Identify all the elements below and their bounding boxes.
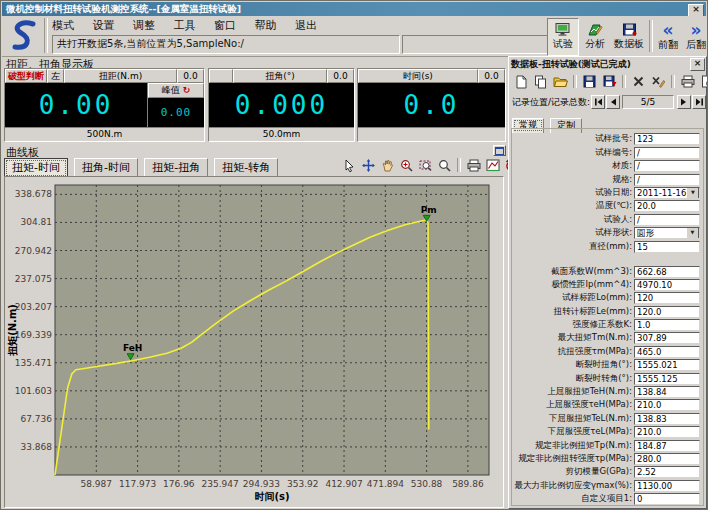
field-row: 下屈服强度τeL(MPa):210.0 (512, 426, 703, 438)
toolbar-button-prev-page[interactable]: « 前翻 (653, 18, 683, 56)
peak-reset-icon[interactable]: ↻ (183, 85, 191, 95)
peak-header[interactable]: 峰值 ↻ (148, 83, 204, 98)
field-input[interactable]: 20.0 (634, 200, 700, 212)
field-row: 直径(mm):15 (512, 241, 703, 253)
svg-text:589.86: 589.86 (452, 479, 484, 489)
tab-torque-rotation[interactable]: 扭矩-转角 (214, 158, 278, 178)
svg-text:203.207: 203.207 (15, 302, 52, 312)
field-input[interactable]: 280.0 (634, 453, 700, 465)
open-folder-icon[interactable] (552, 74, 569, 90)
tab-torque-angle[interactable]: 扭矩-扭角 (144, 158, 208, 178)
field-input[interactable]: 465.0 (634, 346, 700, 358)
toolbar-button-databoard[interactable]: 数据板 (608, 18, 650, 56)
pan-crosshair-icon[interactable] (360, 157, 377, 173)
dropdown-arrow-icon[interactable]: ▼ (686, 187, 699, 199)
field-input[interactable]: 15 (634, 241, 700, 253)
menu-item-adjust[interactable]: 调整 (133, 19, 155, 32)
divider (671, 75, 675, 88)
field-input[interactable]: 0 (634, 493, 700, 505)
clear-icon[interactable] (650, 74, 667, 90)
title-bar[interactable]: 微机控制材料扭转试验机测控系统--[金属室温扭转试验] × (2, 2, 706, 16)
field-input[interactable]: 138.83 (634, 413, 700, 425)
field-input[interactable]: 1555.021 (634, 359, 700, 371)
field-row: 最大力非比例切应变γmax(%):1130.00 (512, 480, 703, 492)
toolbar-button-analysis[interactable]: 分析 (579, 18, 611, 56)
field-value: / (637, 148, 699, 158)
field-input[interactable]: 1130.00 (634, 480, 700, 492)
field-input[interactable]: / (634, 214, 700, 226)
dropdown-arrow-icon[interactable]: ▼ (686, 227, 699, 239)
new-icon[interactable] (512, 74, 529, 90)
field-input[interactable]: 210.0 (634, 426, 700, 438)
menu-item-exit[interactable]: 退出 (295, 19, 317, 32)
tab-torque-time[interactable]: 扭矩-时间 (4, 158, 68, 178)
panel-restore-button[interactable] (493, 145, 506, 156)
menu-item-mode[interactable]: 模式 (52, 19, 74, 32)
field-input[interactable]: 120.0 (634, 306, 700, 318)
zoom-in-icon[interactable] (398, 157, 415, 173)
status-secondary (402, 35, 550, 54)
print-icon[interactable] (465, 157, 482, 173)
print-preview-icon[interactable] (699, 74, 708, 90)
field-input[interactable]: 1.0 (634, 319, 700, 331)
field-input[interactable]: / (634, 160, 700, 172)
printer-icon[interactable] (679, 74, 696, 90)
field-input[interactable]: 4970.10 (634, 279, 700, 291)
field-label: 下屈服扭矩TeL(N.m): (512, 413, 634, 425)
field-input[interactable]: 1555.125 (634, 373, 700, 385)
field-input[interactable]: 123 (634, 133, 700, 145)
field-label: 规格: (512, 174, 634, 186)
field-input[interactable]: / (634, 147, 700, 159)
zoom-region-icon[interactable] (417, 157, 434, 173)
field-row: 规定非比例扭矩Tp(N.m):184.87 (512, 440, 703, 452)
menu-item-help[interactable]: 帮助 (255, 19, 277, 32)
hand-icon[interactable] (379, 157, 396, 173)
toolbar-button-test[interactable]: 试验 (547, 18, 579, 56)
break-detect-button[interactable]: 破型判断 (5, 69, 47, 83)
toolbar-button-label: 后翻 (686, 38, 706, 52)
divider (622, 75, 626, 88)
field-input[interactable]: / (634, 174, 700, 186)
field-input[interactable]: 184.87 (634, 440, 700, 452)
menu-item-window[interactable]: 窗口 (214, 19, 236, 32)
window-close-button[interactable]: × (688, 4, 704, 17)
first-record-button[interactable] (591, 95, 605, 109)
field-input[interactable]: 210.0 (634, 399, 700, 411)
field-input[interactable]: 2.52 (634, 466, 700, 478)
field-row: 自定义项目1:0 (512, 493, 703, 505)
delete-icon[interactable] (630, 74, 647, 90)
curve-style-icon[interactable] (484, 157, 501, 173)
copy-icon[interactable] (532, 74, 549, 90)
menu-bar: 模式 设置 调整 工具 窗口 帮助 退出 (52, 18, 332, 32)
field-row: 试样标距Lo(mm):120 (512, 292, 703, 304)
save-icon[interactable] (581, 74, 598, 90)
field-label: 试样标距Lo(mm): (512, 292, 634, 304)
field-row: 最大扭矩Tm(N.m):307.89 (512, 332, 703, 344)
field-input[interactable]: 圆形▼ (634, 227, 700, 239)
cursor-icon[interactable] (341, 157, 358, 173)
toolbar-area: 模式 设置 调整 工具 窗口 帮助 退出 共打开数据5条,当前位置为5,Samp… (2, 16, 706, 57)
svg-text:353.92: 353.92 (287, 479, 319, 489)
monitor-icon (555, 23, 571, 36)
field-input[interactable]: 138.84 (634, 386, 700, 398)
field-row: 规格:/ (512, 174, 703, 186)
prev-record-button[interactable] (606, 95, 620, 109)
menu-item-settings[interactable]: 设置 (93, 19, 115, 32)
left-direction-button[interactable]: 左 (47, 69, 64, 83)
toolbar-button-next-page[interactable]: » 后翻 (681, 18, 708, 56)
field-value: 0 (637, 494, 699, 504)
save-as-icon[interactable] (601, 74, 618, 90)
field-value: 138.83 (637, 414, 699, 424)
menu-item-tools[interactable]: 工具 (174, 19, 196, 32)
data-panel-close-button[interactable]: × (690, 58, 705, 71)
next-record-button[interactable] (677, 95, 691, 109)
field-input[interactable]: 662.68 (634, 266, 700, 278)
tab-angle-time[interactable]: 扭角-时间 (74, 158, 138, 178)
field-label: 上屈服强度τeH(MPa): (512, 399, 634, 411)
zoom-out-icon[interactable] (436, 157, 453, 173)
field-input[interactable]: 307.89 (634, 332, 700, 344)
chart-area[interactable]: 58.987117.973176.96235.947294.933353.924… (4, 176, 504, 508)
field-input[interactable]: 2011-11-16▼ (634, 187, 700, 199)
field-input[interactable]: 120 (634, 292, 700, 304)
last-record-button[interactable] (692, 95, 706, 109)
